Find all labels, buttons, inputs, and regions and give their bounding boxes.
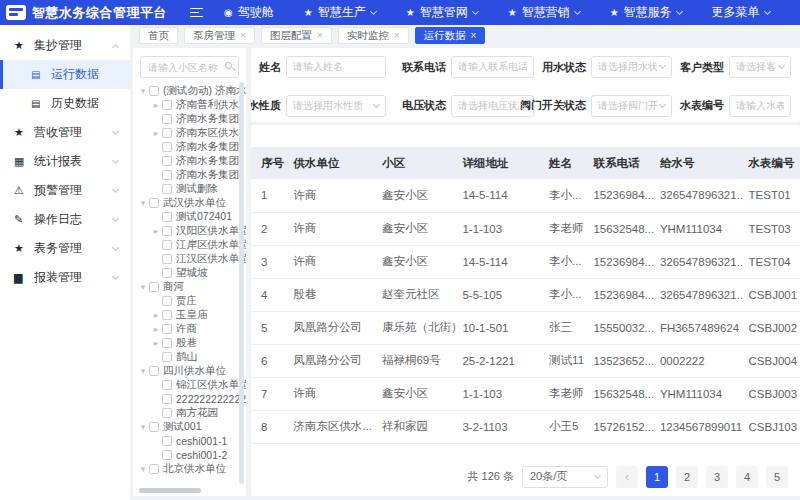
table-row[interactable]: 4殷巷赵奎元社区5-5-105李小...15236984...326547896… (251, 278, 800, 311)
tree-node[interactable]: ▾北京供水单位 (138, 462, 246, 476)
tree-node[interactable]: ▾四川供水单位 (138, 364, 246, 378)
top-nav-item[interactable]: ★智慧管网 (406, 4, 478, 21)
sidebar-item[interactable]: ▆报装管理 (0, 263, 130, 292)
tree-node[interactable]: 济南水务集团 (138, 154, 246, 168)
tree-node[interactable]: ▾武汉供水单位 (138, 196, 246, 210)
checkbox[interactable] (162, 408, 172, 418)
checkbox[interactable] (162, 450, 172, 460)
filter-input[interactable]: 请输入姓名 (286, 56, 386, 78)
top-nav-item[interactable]: ★智慧生产 (304, 4, 376, 21)
checkbox[interactable] (149, 198, 159, 208)
checkbox[interactable] (162, 254, 172, 264)
tab[interactable]: 实时监控× (338, 27, 409, 44)
checkbox[interactable] (162, 100, 172, 110)
top-nav-item[interactable]: ★智慧服务 (610, 4, 682, 21)
close-icon[interactable]: × (394, 31, 400, 41)
filter-input[interactable]: 请输入水表编号 (729, 95, 791, 117)
checkbox[interactable] (162, 324, 172, 334)
tree-node[interactable]: 贾庄 (138, 294, 246, 308)
tree-search-input[interactable] (140, 56, 239, 78)
sidebar-item[interactable]: ▦统计报表 (0, 147, 130, 176)
page-button[interactable]: 4 (736, 466, 758, 488)
sidebar-item[interactable]: ★营收管理 (0, 118, 130, 147)
expand-arrow-right-icon[interactable]: ▸ (151, 227, 161, 236)
sidebar-subitem[interactable]: ▤历史数据 (0, 89, 130, 118)
checkbox[interactable] (162, 184, 172, 194)
checkbox[interactable] (162, 394, 172, 404)
tree-node[interactable]: ▾测试001 (138, 420, 246, 434)
checkbox[interactable] (162, 268, 172, 278)
filter-select[interactable]: 请选择用水性质 (286, 95, 386, 117)
close-icon[interactable]: × (471, 31, 477, 41)
table-row[interactable]: 5凤凰路分公司康乐苑（北街）10-1-501张三15550032...FH365… (251, 311, 800, 344)
expand-arrow-right-icon[interactable]: ▸ (151, 311, 161, 320)
filter-select[interactable]: 请选择客户类型 (729, 56, 791, 78)
filter-select[interactable]: 请选择阀门开... (591, 95, 672, 117)
table-row[interactable]: 8济南东区供水...祥和家园3-2-1103小王515726152...1234… (251, 410, 800, 443)
expand-arrow-down-icon[interactable]: ▾ (138, 199, 148, 208)
sidebar-item[interactable]: ⚠预警管理 (0, 176, 130, 205)
tree-node[interactable]: ▸汉阳区供水单位 (138, 224, 246, 238)
menu-collapse-icon[interactable] (190, 8, 203, 18)
tree-node[interactable]: ▾(测试勿动) 济南水务 (138, 84, 246, 98)
expand-arrow-down-icon[interactable]: ▾ (138, 283, 148, 292)
expand-arrow-right-icon[interactable]: ▸ (151, 339, 161, 348)
tree-node[interactable]: 鹊山 (138, 350, 246, 364)
tree-node[interactable]: 济南水务集团 (138, 168, 246, 182)
tree-node[interactable]: ▸济南东区供水 (138, 126, 246, 140)
page-size-select[interactable]: 20条/页 (522, 466, 608, 488)
table-row[interactable]: 2许商鑫安小区1-1-103李老师15632548...YHM111034TES… (251, 212, 800, 245)
tree-node[interactable]: 济南水务集团 (138, 112, 246, 126)
checkbox[interactable] (162, 338, 172, 348)
checkbox[interactable] (162, 212, 172, 222)
checkbox[interactable] (149, 422, 159, 432)
tree-node[interactable]: ceshi001-2 (138, 448, 246, 462)
table-row[interactable]: 3许商鑫安小区14-5-114李小...15236984...326547896… (251, 245, 800, 278)
tab[interactable]: 运行数据× (415, 27, 486, 44)
tree-node[interactable]: 测试072401 (138, 210, 246, 224)
sidebar-subitem[interactable]: ▤运行数据 (0, 60, 130, 89)
tree-node[interactable]: ▸殷巷 (138, 336, 246, 350)
search-icon[interactable] (225, 62, 232, 69)
checkbox[interactable] (162, 156, 172, 166)
expand-arrow-right-icon[interactable]: ▸ (151, 101, 161, 110)
table-row[interactable]: 1许商鑫安小区14-5-114李小...15236984...326547896… (251, 179, 800, 212)
tree-node[interactable]: 济南水务集团 (138, 140, 246, 154)
close-icon[interactable]: × (240, 31, 246, 41)
table-row[interactable]: 7许商鑫安小区1-1-103李老师15632548...YHM111034CSB… (251, 377, 800, 410)
tree-node[interactable]: ▸玉皇庙 (138, 308, 246, 322)
sidebar-item[interactable]: ✎操作日志 (0, 205, 130, 234)
checkbox[interactable] (162, 352, 172, 362)
top-nav-item[interactable]: 更多菜单 (712, 4, 770, 21)
page-button[interactable]: 1 (646, 466, 668, 488)
checkbox[interactable] (162, 380, 172, 390)
tree-node[interactable]: 测试删除 (138, 182, 246, 196)
table-row[interactable]: 6凤凰路分公司福禄桐69号25-2-1221测试1113523652...000… (251, 344, 800, 377)
checkbox[interactable] (149, 366, 159, 376)
expand-arrow-right-icon[interactable]: ▸ (151, 325, 161, 334)
page-button[interactable]: 2 (676, 466, 698, 488)
tree-node[interactable]: 锦江区供水单位 (138, 378, 246, 392)
checkbox[interactable] (162, 310, 172, 320)
tree-node[interactable]: 江汉区供水单位 (138, 252, 246, 266)
tree-node[interactable]: 望城坡 (138, 266, 246, 280)
filter-input[interactable]: 请输入联系电话 (451, 56, 534, 78)
tree-node[interactable]: 2222222222222 (138, 392, 246, 406)
checkbox[interactable] (162, 142, 172, 152)
checkbox[interactable] (162, 436, 172, 446)
checkbox[interactable] (162, 170, 172, 180)
checkbox[interactable] (149, 464, 159, 474)
expand-arrow-down-icon[interactable]: ▾ (138, 423, 148, 432)
tree-node[interactable]: 江岸区供水单位 (138, 238, 246, 252)
checkbox[interactable] (149, 282, 159, 292)
expand-arrow-down-icon[interactable]: ▾ (138, 367, 148, 376)
tree-node[interactable]: ▸济南普利供水 (138, 98, 246, 112)
filter-select[interactable]: 请选择用水状态 (591, 56, 672, 78)
tree-node[interactable]: ▾商河 (138, 280, 246, 294)
checkbox[interactable] (162, 226, 172, 236)
expand-arrow-down-icon[interactable]: ▾ (138, 87, 148, 96)
checkbox[interactable] (149, 86, 159, 96)
tree-node[interactable]: 南方花园 (138, 406, 246, 420)
top-nav-item[interactable]: ★智慧营销 (508, 4, 580, 21)
top-nav-item[interactable]: ◉驾驶舱 (224, 4, 274, 21)
